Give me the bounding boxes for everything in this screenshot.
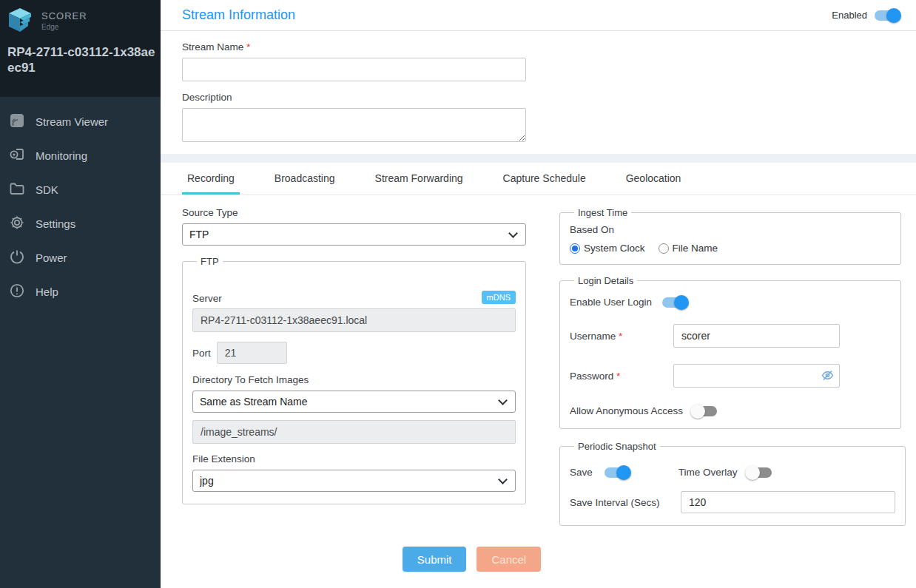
file-extension-label: File Extension [192,453,516,464]
allow-anonymous-toggle[interactable] [692,406,717,416]
server-label: Server [192,293,222,304]
page-header: Stream Information Enabled [161,0,916,31]
radio-label: System Clock [584,243,645,254]
password-label: Password * [570,371,673,382]
sidebar-item-label: Stream Viewer [36,115,108,128]
sidebar-item-label: Help [36,285,58,298]
tab-geolocation[interactable]: Geolocation [621,163,687,195]
directory-select-wrap: Same as Stream Name [192,391,516,413]
server-input [192,308,516,332]
time-overlay-toggle[interactable] [747,467,772,478]
sidebar-item-stream-viewer[interactable]: Stream Viewer [0,104,161,138]
source-type-label: Source Type [182,207,526,218]
enabled-label: Enabled [832,10,867,21]
save-interval-input[interactable] [681,491,895,513]
file-extension-select[interactable]: jpg [192,470,516,492]
sidebar-header: SCORER Edge RP4-2711-c03112-1x38aeec91 [0,0,161,97]
power-icon [9,249,25,267]
periodic-snapshot-fieldset: Periodic Snapshot Save Time Overlay Save… [559,441,906,526]
port-label: Port [192,348,211,359]
sidebar-item-power[interactable]: Power [0,240,161,274]
stream-info-section: Stream Name * Description [161,31,916,145]
app-window: SCORER Edge RP4-2711-c03112-1x38aeec91 S… [0,0,916,588]
sidebar-item-settings[interactable]: Settings [0,206,161,240]
cancel-button[interactable]: Cancel [476,547,541,572]
required-asterisk: * [616,371,620,382]
description-input[interactable] [182,108,526,142]
submit-button[interactable]: Submit [403,547,467,572]
description-label: Description [182,92,916,103]
sidebar-item-label: Power [36,251,67,264]
mdns-badge[interactable]: mDNS [482,291,516,304]
login-details-fieldset: Login Details Enable User Login Username… [559,275,901,429]
username-label: Username * [570,331,673,342]
sidebar-item-monitoring[interactable]: Monitoring [0,138,161,172]
directory-path-input [192,420,516,444]
sidebar-item-label: Monitoring [36,149,87,162]
ingest-time-legend: Ingest Time [574,207,631,218]
directory-label: Directory To Fetch Images [192,374,516,385]
stream-viewer-icon [9,112,25,131]
username-input[interactable] [673,324,840,348]
required-asterisk: * [246,41,250,53]
recording-tab-panel: Source Type FTP FTP Server mDNS Port [161,195,916,526]
save-interval-label: Save Interval (Secs) [570,497,681,508]
source-type-select[interactable]: FTP [182,223,526,246]
sidebar-item-sdk[interactable]: SDK [0,172,161,206]
password-visibility-icon[interactable] [821,370,834,384]
folder-icon [9,180,25,199]
stream-name-input[interactable] [182,58,526,81]
tab-broadcasting[interactable]: Broadcasting [269,163,340,195]
time-overlay-label: Time Overlay [678,467,738,478]
main-panel: Stream Information Enabled Stream Name *… [161,0,916,588]
page-title: Stream Information [182,7,295,23]
ingest-time-fieldset: Ingest Time Based On System Clock File N… [559,207,901,265]
source-column: Source Type FTP FTP Server mDNS Port [182,207,526,526]
sidebar-item-label: SDK [36,183,58,196]
gear-icon [9,214,25,233]
radio-button-icon [659,243,669,254]
radio-label: File Name [673,243,718,254]
radio-button-icon [570,243,580,254]
stream-name-label: Stream Name * [182,41,916,53]
allow-anonymous-label: Allow Anonymous Access [570,405,683,416]
settings-column: Ingest Time Based On System Clock File N… [559,207,901,526]
scorer-logo-icon [7,7,34,36]
file-extension-select-wrap: jpg [192,470,516,492]
login-details-legend: Login Details [574,275,637,286]
port-input [217,342,287,364]
enable-user-login-toggle[interactable] [662,297,687,308]
brand-name: SCORER [41,10,87,21]
directory-select[interactable]: Same as Stream Name [192,391,516,413]
radio-file-name[interactable]: File Name [659,243,718,254]
tab-capture-schedule[interactable]: Capture Schedule [498,163,591,195]
device-name: RP4-2711-c03112-1x38aeec91 [6,44,158,76]
sidebar-menu: Stream Viewer Monitoring [0,97,161,308]
tab-recording[interactable]: Recording [182,163,240,195]
based-on-label: Based On [570,224,891,235]
sidebar-item-help[interactable]: Help [0,274,161,308]
periodic-snapshot-legend: Periodic Snapshot [574,441,660,452]
enable-user-login-label: Enable User Login [570,297,652,308]
password-input[interactable] [673,364,840,388]
required-asterisk: * [619,331,622,342]
sidebar-item-label: Settings [36,217,75,230]
section-divider-band [161,154,916,163]
monitoring-icon [9,146,25,165]
form-actions: Submit Cancel [161,547,916,572]
tab-stream-forwarding[interactable]: Stream Forwarding [370,163,468,195]
save-label: Save [570,467,593,478]
brand-sub: Edge [41,23,87,31]
enabled-toggle[interactable] [875,10,900,21]
source-type-select-wrap: FTP [182,223,526,246]
help-icon [9,283,25,301]
ftp-legend: FTP [197,256,223,267]
tab-bar: Recording Broadcasting Stream Forwarding… [161,163,916,195]
save-toggle[interactable] [605,467,630,478]
ftp-fieldset: FTP Server mDNS Port Directory To Fetch … [182,256,526,504]
sidebar: SCORER Edge RP4-2711-c03112-1x38aeec91 S… [0,0,161,588]
radio-system-clock[interactable]: System Clock [570,243,645,254]
